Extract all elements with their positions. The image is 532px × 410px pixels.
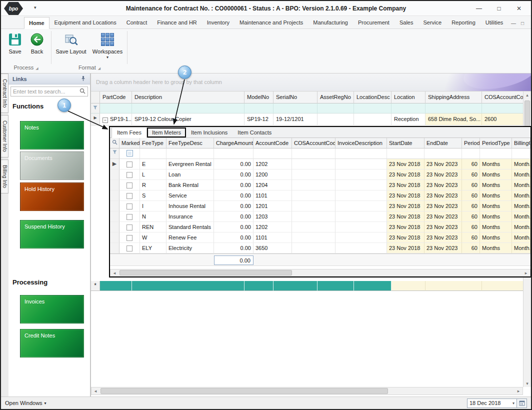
chargeamount-cell[interactable]: 0.00 [214,180,254,190]
feetype-cell[interactable]: S [140,190,166,201]
feetype-cell[interactable]: W [140,232,166,243]
column-header[interactable]: StartDate [387,138,424,148]
marked-filter[interactable] [120,148,140,159]
detail-filter-row[interactable] [110,148,530,159]
invoicedescription-cell[interactable] [336,170,387,180]
chargeamount-cell[interactable]: 0.00 [214,212,254,222]
tab-item-contacts[interactable]: Item Contacts [232,128,276,138]
period-cell[interactable]: 60 [462,232,480,243]
accountcode-cell[interactable]: 1200 [254,170,292,180]
feetypedesc-cell[interactable]: Service [166,190,214,201]
period-cell[interactable]: 60 [462,201,480,212]
marked-cell[interactable] [120,201,140,212]
marked-cell[interactable] [120,222,140,232]
scroll-right-icon[interactable]: ▸ [514,388,522,394]
feetype-cell[interactable]: R [140,180,166,190]
enddate-cell[interactable]: 23 Nov 2023 [424,170,462,180]
fee-row[interactable]: S Service 0.00 1101 23 Nov 2018 23 Nov 2… [110,190,530,201]
cosaccountcode-cell[interactable] [292,170,336,180]
grid-data-row[interactable]: ▶ −SP19-1... SP19-12 Colour Copier SP19-… [91,114,523,126]
startdate-cell[interactable]: 23 Nov 2018 [387,170,424,180]
workspaces-button[interactable]: Workspaces ▾ [91,32,124,60]
quick-access-caret-icon[interactable]: ▾ [34,5,36,10]
cosaccountcode-cell[interactable] [292,201,336,212]
marked-cell[interactable] [120,243,140,254]
cosaccountcode-cell[interactable] [292,243,336,254]
invoicedescription-cell[interactable] [336,190,387,201]
sidebar-search[interactable] [10,86,88,96]
startdate-cell[interactable]: 23 Nov 2018 [387,201,424,212]
marked-checkbox[interactable] [126,235,132,241]
column-header[interactable]: ModelNo [244,92,274,104]
accountcode-cell[interactable]: 1101 [254,190,292,201]
maximize-button[interactable]: □ [489,1,509,16]
column-header[interactable]: LocationDesc [354,92,392,104]
checkbox-filter-icon[interactable] [126,150,133,156]
chargeamount-cell[interactable]: 0.00 [214,190,254,201]
scroll-left-icon[interactable]: ◂ [110,270,118,276]
periodtype-cell[interactable]: Months [480,159,512,170]
periodtype-cell[interactable]: Months [480,170,512,180]
cosaccountcode-cell[interactable]: 2600 [482,114,525,126]
marked-checkbox[interactable] [126,246,132,252]
hold-history-button[interactable]: Hold History [20,182,84,211]
tab-item-fees[interactable]: Item Fees [112,127,147,138]
group-by-bar[interactable]: Drag a column header here to group by th… [91,74,531,92]
collapse-row-icon[interactable]: − [102,118,108,123]
marked-cell[interactable] [120,180,140,190]
enddate-cell[interactable]: 23 Nov 2023 [424,180,462,190]
description-cell[interactable]: SP19-12 Colour Copier [132,114,244,126]
column-header[interactable]: EndDate [424,138,462,148]
billingcycle-cell[interactable]: Month... [512,170,530,180]
startdate-cell[interactable]: 23 Nov 2018 [387,180,424,190]
marked-checkbox[interactable] [126,224,132,230]
invoicedescription-cell[interactable] [336,180,387,190]
billingcycle-cell[interactable]: Month... [512,232,530,243]
enddate-cell[interactable]: 23 Nov 2023 [424,212,462,222]
periodtype-cell[interactable]: Months [480,190,512,201]
column-header[interactable]: InvoiceDescription [336,138,387,148]
marked-cell[interactable] [120,232,140,243]
open-windows-button[interactable]: Open Windows ▾ [5,400,46,406]
marked-cell[interactable] [120,159,140,170]
documents-button[interactable]: Documents [20,152,84,180]
invoicedescription-cell[interactable] [336,232,387,243]
fee-row[interactable]: L Loan 0.00 1200 23 Nov 2018 23 Nov 2023… [110,170,530,180]
period-cell[interactable]: 60 [462,222,480,232]
column-header[interactable]: Description [132,92,244,104]
ribbon-expand-icon[interactable]: □ [521,20,524,26]
save-button[interactable]: Save [5,32,25,54]
marked-cell[interactable] [120,190,140,201]
fee-row[interactable]: I Inhouse Rental 0.00 1201 23 Nov 2018 2… [110,201,530,212]
column-header[interactable]: Period [462,138,480,148]
group-launcher-icon[interactable]: ◢ [98,66,100,70]
invoicedescription-cell[interactable] [336,243,387,254]
partcode-cell[interactable]: −SP19-1... [100,114,132,126]
side-tab[interactable]: Contract Info [1,74,8,113]
feetype-cell[interactable]: E [140,159,166,170]
column-header[interactable]: Location [392,92,426,104]
chargeamount-cell[interactable]: 0.00 [214,159,254,170]
locationdesc-cell[interactable] [354,114,392,126]
save-layout-button[interactable]: Save Layout [55,32,87,54]
feetypedesc-cell[interactable]: Loan [166,170,214,180]
tab-item-meters[interactable]: Item Meters [147,128,186,138]
ribbon-tab[interactable]: Maintenance and Projects [234,16,308,28]
period-cell[interactable]: 60 [462,243,480,254]
assetregno-cell[interactable] [318,114,354,126]
invoicedescription-cell[interactable] [336,159,387,170]
accountcode-cell[interactable]: 1203 [254,212,292,222]
period-cell[interactable]: 60 [462,190,480,201]
billingcycle-cell[interactable]: Month... [512,190,530,201]
invoices-button[interactable]: Invoices [20,295,84,324]
fee-row[interactable]: N Insurance 0.00 1203 23 Nov 2018 23 Nov… [110,212,530,222]
scroll-right-icon[interactable]: ▸ [522,270,530,276]
pin-icon[interactable] [80,76,86,82]
column-header[interactable]: COSAccountCode [482,92,525,104]
fee-row[interactable]: W Renew Fee 0.00 1101 23 Nov 2018 23 Nov… [110,232,530,243]
ribbon-tab[interactable]: Service [418,16,446,28]
cosaccountcode-cell[interactable] [292,212,336,222]
scroll-up-icon[interactable]: ▴ [526,92,528,98]
cosaccountcode-cell[interactable] [292,232,336,243]
period-cell[interactable]: 60 [462,180,480,190]
